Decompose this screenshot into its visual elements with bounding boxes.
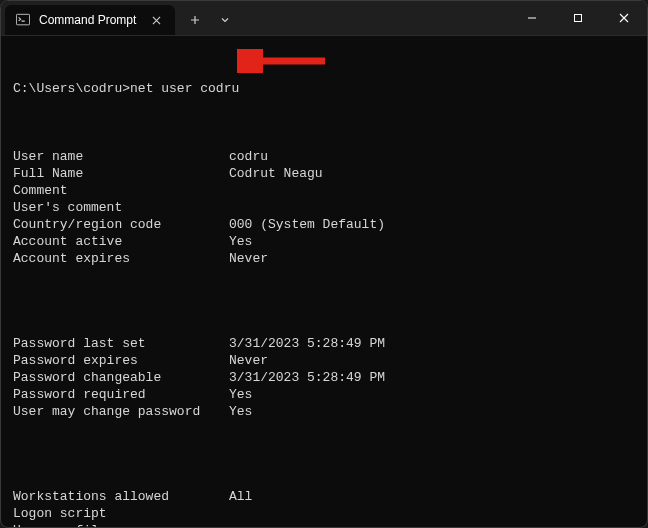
titlebar[interactable]: Command Prompt <box>1 1 647 35</box>
output-value: Codrut Neagu <box>229 165 323 182</box>
window-controls <box>509 1 647 35</box>
output-key: Account active <box>13 233 229 250</box>
window-close-button[interactable] <box>601 1 647 35</box>
output-row: User's comment <box>13 199 635 216</box>
minimize-button[interactable] <box>509 1 555 35</box>
output-value: All <box>229 488 252 505</box>
output-row: Comment <box>13 182 635 199</box>
terminal-area[interactable]: C:\Users\codru>net user codru User namec… <box>1 35 647 527</box>
output-value: Yes <box>229 386 252 403</box>
output-row: User namecodru <box>13 148 635 165</box>
svg-rect-3 <box>575 15 582 22</box>
output-key: Password required <box>13 386 229 403</box>
prompt-command: net user codru <box>130 81 239 96</box>
output-key: Password expires <box>13 352 229 369</box>
output-key: User may change password <box>13 403 229 420</box>
output-key: User name <box>13 148 229 165</box>
output-value: 3/31/2023 5:28:49 PM <box>229 369 385 386</box>
output-value: 3/31/2023 5:28:49 PM <box>229 335 385 352</box>
output-row: User may change passwordYes <box>13 403 635 420</box>
output-row: Account expiresNever <box>13 250 635 267</box>
output-row: User profile <box>13 522 635 527</box>
cmd-icon <box>15 12 31 28</box>
new-tab-button[interactable] <box>181 7 209 33</box>
tab-close-button[interactable] <box>147 11 165 29</box>
output-row: Account activeYes <box>13 233 635 250</box>
output-value: 000 (System Default) <box>229 216 385 233</box>
output-key: Country/region code <box>13 216 229 233</box>
output-key: Comment <box>13 182 229 199</box>
output-row: Password requiredYes <box>13 386 635 403</box>
output-key: Password changeable <box>13 369 229 386</box>
output-value: Never <box>229 352 268 369</box>
output-key: Logon script <box>13 505 229 522</box>
tab-title: Command Prompt <box>39 13 139 27</box>
output-key: Account expires <box>13 250 229 267</box>
output-row: Country/region code000 (System Default) <box>13 216 635 233</box>
tab-dropdown-button[interactable] <box>211 7 239 33</box>
output-value: Never <box>229 250 268 267</box>
tab-command-prompt[interactable]: Command Prompt <box>5 5 175 35</box>
output-row: Full NameCodrut Neagu <box>13 165 635 182</box>
prompt-path: C:\Users\codru> <box>13 81 130 96</box>
prompt-line: C:\Users\codru>net user codru <box>13 80 635 97</box>
output-key: Password last set <box>13 335 229 352</box>
output-value: codru <box>229 148 268 165</box>
svg-rect-0 <box>16 14 29 25</box>
output-row: Password changeable3/31/2023 5:28:49 PM <box>13 369 635 386</box>
output-row: Logon script <box>13 505 635 522</box>
output-row: Password last set3/31/2023 5:28:49 PM <box>13 335 635 352</box>
output-row: Password expiresNever <box>13 352 635 369</box>
output-value: Yes <box>229 233 252 250</box>
window-root: Command Prompt C:\Use <box>0 0 648 528</box>
output-key: User's comment <box>13 199 229 216</box>
output-key: Workstations allowed <box>13 488 229 505</box>
titlebar-spacer[interactable] <box>245 1 509 35</box>
output-value: Yes <box>229 403 252 420</box>
output-key: User profile <box>13 522 229 527</box>
output-row: Workstations allowedAll <box>13 488 635 505</box>
output-key: Full Name <box>13 165 229 182</box>
maximize-button[interactable] <box>555 1 601 35</box>
tab-actions <box>175 5 245 35</box>
